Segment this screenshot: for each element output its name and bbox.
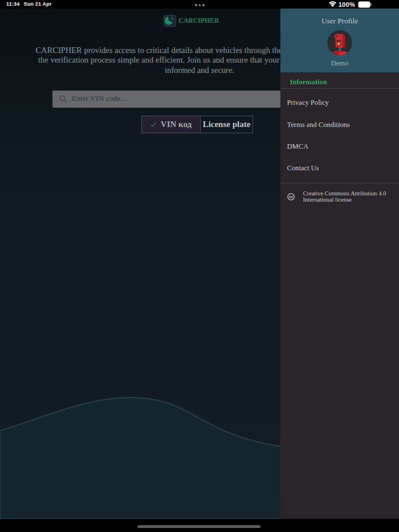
svg-text:cc: cc: [289, 195, 294, 199]
